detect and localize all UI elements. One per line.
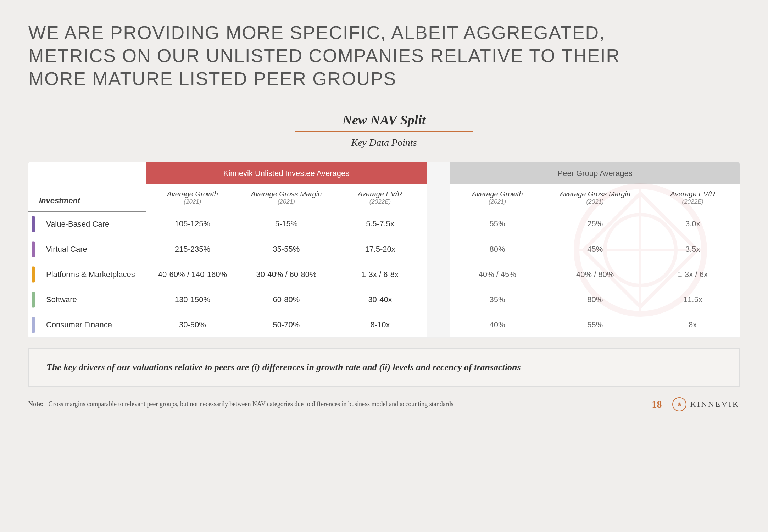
p-margin-val: 80% [544, 287, 646, 312]
p-evr-val: 1-3x / 6x [646, 262, 740, 287]
nav-split-underline [295, 131, 473, 132]
kinnevik-logo-icon: ⊕ [672, 397, 686, 411]
table-row: Platforms & Marketplaces 40-60% / 140-16… [28, 262, 740, 287]
header-kinnevik: Kinnevik Unlisted Investee Averages [146, 162, 427, 184]
footer-note: Note: Gross margins comparable to releva… [28, 400, 453, 408]
key-data-points: Key Data Points [28, 137, 740, 148]
content-area: New NAV Split Key Data Points [28, 112, 740, 518]
k-growth-val: 105-125% [146, 211, 240, 237]
color-bar [32, 292, 35, 307]
table-row: Software 130-150% 60-80% 30-40x 35% 80% … [28, 287, 740, 312]
k-evr-val: 17.5-20x [333, 237, 427, 262]
p-growth-val: 40% / 45% [450, 262, 544, 287]
col-investment-label: Investment [28, 184, 146, 211]
p-margin-val: 25% [544, 211, 646, 237]
nav-split-title: New NAV Split [28, 112, 740, 128]
k-evr-val: 1-3x / 6-8x [333, 262, 427, 287]
k-margin-val: 30-40% / 60-80% [239, 262, 333, 287]
col-p-growth: Average Growth (2021) [450, 184, 544, 211]
row-separator [427, 262, 450, 287]
footer: Note: Gross margins comparable to releva… [28, 394, 740, 415]
investment-cell: Consumer Finance [28, 312, 146, 337]
kinnevik-logo: ⊕ KINNEVIK [672, 397, 740, 411]
p-growth-val: 40% [450, 312, 544, 337]
k-margin-val: 60-80% [239, 287, 333, 312]
col-k-margin: Average Gross Margin (2021) [239, 184, 333, 211]
col-k-evr: Average EV/R (2022E) [333, 184, 427, 211]
p-evr-val: 3.0x [646, 211, 740, 237]
investment-cell: Value-Based Care [28, 211, 146, 237]
col-k-growth: Average Growth (2021) [146, 184, 240, 211]
data-table: Kinnevik Unlisted Investee Averages Peer… [28, 162, 740, 338]
investment-cell: Platforms & Marketplaces [28, 262, 146, 287]
kinnevik-logo-text: KINNEVIK [690, 400, 740, 409]
header-peer: Peer Group Averages [450, 162, 740, 184]
footer-right: 18 ⊕ KINNEVIK [652, 397, 740, 411]
p-margin-val: 45% [544, 237, 646, 262]
note-label: Note: [28, 400, 43, 408]
table-row: Value-Based Care 105-125% 5-15% 5.5-7.5x… [28, 211, 740, 237]
p-margin-val: 40% / 80% [544, 262, 646, 287]
p-evr-val: 8x [646, 312, 740, 337]
divider [28, 101, 740, 101]
p-evr-val: 3.5x [646, 237, 740, 262]
color-bar [32, 317, 35, 333]
row-separator [427, 312, 450, 337]
k-growth-val: 40-60% / 140-160% [146, 262, 240, 287]
table-row: Virtual Care 215-235% 35-55% 17.5-20x 80… [28, 237, 740, 262]
p-growth-val: 35% [450, 287, 544, 312]
p-margin-val: 55% [544, 312, 646, 337]
main-title: WE ARE PROVIDING MORE SPECIFIC, ALBEIT A… [28, 21, 667, 90]
k-evr-val: 5.5-7.5x [333, 211, 427, 237]
k-growth-val: 130-150% [146, 287, 240, 312]
col-p-margin: Average Gross Margin (2021) [544, 184, 646, 211]
bottom-note-box: The key drivers of our valuations relati… [28, 348, 740, 387]
page: WE ARE PROVIDING MORE SPECIFIC, ALBEIT A… [0, 0, 768, 532]
row-separator [427, 237, 450, 262]
bottom-note-text: The key drivers of our valuations relati… [46, 361, 722, 374]
table-row: Consumer Finance 30-50% 50-70% 8-10x 40%… [28, 312, 740, 337]
row-separator [427, 287, 450, 312]
page-number: 18 [652, 399, 662, 410]
col-p-evr: Average EV/R (2022E) [646, 184, 740, 211]
header-investment-spacer [28, 162, 146, 184]
color-bar [32, 216, 35, 232]
color-bar [32, 266, 35, 282]
p-growth-val: 55% [450, 211, 544, 237]
k-growth-val: 30-50% [146, 312, 240, 337]
note-text: Gross margins comparable to relevant pee… [48, 400, 453, 408]
investment-cell: Software [28, 287, 146, 312]
row-separator [427, 211, 450, 237]
header-group-row: Kinnevik Unlisted Investee Averages Peer… [28, 162, 740, 184]
color-bar [32, 241, 35, 257]
col-header-row: Investment Average Growth (2021) Average… [28, 184, 740, 211]
k-margin-val: 35-55% [239, 237, 333, 262]
table-container: Kinnevik Unlisted Investee Averages Peer… [28, 162, 740, 338]
col-separator [427, 184, 450, 211]
k-evr-val: 30-40x [333, 287, 427, 312]
p-growth-val: 80% [450, 237, 544, 262]
k-margin-val: 50-70% [239, 312, 333, 337]
k-margin-val: 5-15% [239, 211, 333, 237]
separator [427, 162, 450, 184]
investment-cell: Virtual Care [28, 237, 146, 262]
table-body: Value-Based Care 105-125% 5-15% 5.5-7.5x… [28, 211, 740, 338]
k-growth-val: 215-235% [146, 237, 240, 262]
p-evr-val: 11.5x [646, 287, 740, 312]
k-evr-val: 8-10x [333, 312, 427, 337]
